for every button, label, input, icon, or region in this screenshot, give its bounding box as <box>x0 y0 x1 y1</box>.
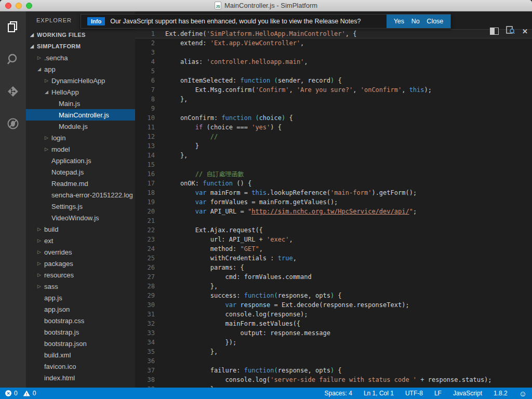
code-line[interactable]: 23 url: API_URL + 'exec', <box>135 235 532 244</box>
git-icon[interactable] <box>5 83 21 100</box>
tree-item[interactable]: Main.js <box>26 98 135 109</box>
feedback-smiley-icon[interactable]: ☺ <box>519 390 527 397</box>
status-item[interactable]: LF <box>434 390 442 397</box>
tree-item[interactable]: ▷login <box>26 132 135 143</box>
code-line[interactable]: 8 }, <box>135 95 532 104</box>
preview-search-icon[interactable] <box>506 26 515 36</box>
editor-pane[interactable]: ✕ 1Ext.define('SimPlatform.HelloApp.Main… <box>135 11 532 388</box>
code-line[interactable]: 38 console.log('server-side failure with… <box>135 375 532 384</box>
code-line[interactable]: 18 var mainForm = this.lookupReference('… <box>135 188 532 197</box>
tree-item[interactable]: Readme.md <box>26 178 135 189</box>
tree-item[interactable]: MainController.js <box>26 109 135 121</box>
code-line[interactable]: 15 <box>135 160 532 169</box>
tree-item[interactable]: ▷sass <box>26 281 135 292</box>
code-line[interactable]: 14 }, <box>135 151 532 160</box>
tree-item[interactable]: ◢HelloApp <box>26 86 135 98</box>
tree-item[interactable]: ▷DynamicHelloApp <box>26 75 135 86</box>
js-file-icon: JS <box>215 2 221 9</box>
tree-item[interactable]: VideoWindow.js <box>26 212 135 223</box>
code-line[interactable]: 9 <box>135 104 532 113</box>
code-line[interactable]: 1Ext.define('SimPlatform.HelloApp.MainCo… <box>135 29 532 38</box>
code-line[interactable]: 28 }, <box>135 282 532 291</box>
code-line[interactable]: 24 method: "GET", <box>135 244 532 254</box>
status-item[interactable]: JavaScript <box>453 390 482 397</box>
status-item[interactable]: UTF-8 <box>405 390 423 397</box>
warning-count[interactable]: 0 <box>33 390 36 397</box>
status-item[interactable]: Spaces: 4 <box>325 390 352 397</box>
tree-item[interactable]: ◢app <box>26 63 135 75</box>
line-number: 22 <box>135 225 155 235</box>
tree-item-label: MainController.js <box>59 111 109 119</box>
code-line[interactable]: 5 <box>135 66 532 76</box>
code-line[interactable]: 12 // <box>135 132 532 141</box>
tree-item[interactable]: ▷.sencha <box>26 52 135 63</box>
tree-item-label: build.xml <box>44 351 71 359</box>
tree-item[interactable]: ▷model <box>26 143 135 155</box>
code-line[interactable]: 4 alias: 'controller.helloapp.main', <box>135 57 532 66</box>
debug-icon[interactable] <box>5 115 21 132</box>
tree-item[interactable]: ▷overrides <box>26 246 135 258</box>
errors-icon[interactable]: ✕ <box>5 390 11 396</box>
code-line[interactable]: 6 onItemSelected: function (sender, reco… <box>135 76 532 85</box>
tree-item[interactable]: ◢SIMPLATFORM <box>26 41 135 52</box>
code-line[interactable]: 20 var API_URL = "http://sim.nchc.org.tw… <box>135 207 532 216</box>
code-line[interactable]: 10 onConfirm: function (choice) { <box>135 113 532 123</box>
code-line[interactable]: 32 mainForm.setValues({ <box>135 319 532 328</box>
tree-item[interactable]: ▷resources <box>26 269 135 281</box>
yes-button[interactable]: Yes <box>394 18 404 25</box>
tree-item[interactable]: Notepad.js <box>26 166 135 178</box>
status-item[interactable]: Ln 1, Col 1 <box>364 390 394 397</box>
code-line[interactable]: 30 var response = Ext.decode(response.re… <box>135 300 532 310</box>
warnings-icon[interactable]: ! <box>23 391 30 396</box>
tree-item[interactable]: sencha-error-20151222.log <box>26 189 135 201</box>
tree-item[interactable]: build.xml <box>26 349 135 361</box>
search-icon[interactable] <box>5 51 21 68</box>
close-notification-button[interactable]: Close <box>427 18 443 25</box>
tree-item[interactable]: ▷ext <box>26 235 135 246</box>
error-count[interactable]: 0 <box>14 390 18 397</box>
code-line[interactable]: 27 cmd: formValues.command <box>135 272 532 282</box>
code-line[interactable]: 25 withCredentials : true, <box>135 254 532 263</box>
tree-item[interactable]: ▷build <box>26 223 135 235</box>
code-line[interactable]: 11 if (choice === 'yes') { <box>135 123 532 132</box>
code-line[interactable]: 17 onOK: function () { <box>135 179 532 188</box>
code-line[interactable]: 36 <box>135 356 532 366</box>
zoom-window-button[interactable] <box>26 3 32 9</box>
code-area[interactable]: 1Ext.define('SimPlatform.HelloApp.MainCo… <box>135 29 532 388</box>
code-line[interactable]: 26 params: { <box>135 263 532 272</box>
no-button[interactable]: No <box>411 18 420 25</box>
tree-item-label: bootstrap.json <box>44 340 87 348</box>
code-line[interactable]: 22 Ext.Ajax.request({ <box>135 225 532 235</box>
code-line[interactable]: 21 <box>135 216 532 225</box>
code-line[interactable]: 31 console.log(response); <box>135 310 532 319</box>
tree-item[interactable]: Application.js <box>26 155 135 166</box>
tree-item[interactable]: favicon.ico <box>26 361 135 372</box>
tree-item[interactable]: index.html <box>26 372 135 383</box>
code-line[interactable]: 33 output: response.message <box>135 328 532 338</box>
code-line[interactable]: 35 }, <box>135 347 532 356</box>
code-line[interactable]: 37 failure: function(response, opts) { <box>135 366 532 375</box>
tree-item[interactable]: app.json <box>26 303 135 315</box>
tree-item[interactable]: bootstrap.json <box>26 338 135 349</box>
close-editor-icon[interactable]: ✕ <box>522 28 528 35</box>
explorer-icon[interactable] <box>5 19 21 35</box>
tree-item[interactable]: bootstrap.css <box>26 315 135 326</box>
tree-item[interactable]: ◢WORKING FILES <box>26 29 135 41</box>
tree-item[interactable]: app.js <box>26 292 135 303</box>
tree-item[interactable]: ▷packages <box>26 258 135 269</box>
minimize-window-button[interactable] <box>16 3 22 9</box>
code-line[interactable]: 3 <box>135 48 532 57</box>
code-line[interactable]: 19 var formValues = mainForm.getValues()… <box>135 197 532 207</box>
code-line[interactable]: 2 extend: 'Ext.app.ViewController', <box>135 38 532 48</box>
code-line[interactable]: 13 } <box>135 141 532 151</box>
code-line[interactable]: 34 }); <box>135 338 532 347</box>
split-editor-icon[interactable] <box>490 28 499 35</box>
code-line[interactable]: 16 // 自訂處理函數 <box>135 169 532 179</box>
tree-item[interactable]: bootstrap.js <box>26 326 135 338</box>
status-item[interactable]: 1.8.2 <box>494 390 508 397</box>
code-line[interactable]: 29 success: function(response, opts) { <box>135 291 532 300</box>
tree-item[interactable]: Module.js <box>26 121 135 132</box>
tree-item[interactable]: Settings.js <box>26 201 135 212</box>
code-line[interactable]: 7 Ext.Msg.confirm('Confirm', 'Are you su… <box>135 85 532 95</box>
close-window-button[interactable] <box>5 3 11 9</box>
